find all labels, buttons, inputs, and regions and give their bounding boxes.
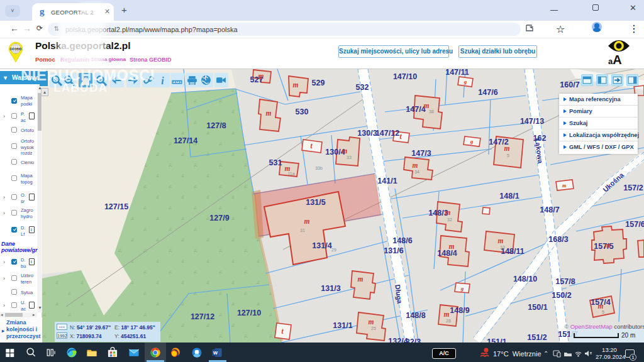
svg-text:5: 5 bbox=[507, 153, 509, 158]
svg-text:28: 28 bbox=[446, 319, 451, 323]
svg-text:m: m bbox=[444, 310, 450, 318]
svg-text:m: m bbox=[293, 81, 299, 89]
svg-text:g: g bbox=[464, 79, 467, 85]
svg-text:157/8: 157/8 bbox=[555, 277, 575, 286]
svg-text:10: 10 bbox=[500, 245, 505, 250]
svg-text:148/8: 148/8 bbox=[406, 311, 425, 320]
svg-text:532: 532 bbox=[356, 83, 369, 92]
svg-text:m: m bbox=[258, 72, 264, 80]
svg-text:148/1: 148/1 bbox=[499, 192, 519, 200]
svg-text:32: 32 bbox=[447, 217, 452, 222]
svg-text:g: g bbox=[470, 138, 474, 145]
svg-text:m: m bbox=[449, 243, 455, 250]
svg-text:157/5: 157/5 bbox=[594, 242, 613, 251]
svg-text:147/4: 147/4 bbox=[406, 105, 425, 114]
svg-text:127/14: 127/14 bbox=[174, 136, 197, 145]
svg-text:127/15: 127/15 bbox=[104, 202, 128, 211]
svg-text:11a: 11a bbox=[287, 172, 294, 176]
svg-text:131/5: 131/5 bbox=[306, 198, 325, 207]
svg-text:131/3: 131/3 bbox=[321, 284, 340, 293]
svg-text:31: 31 bbox=[300, 228, 305, 233]
svg-text:147/13: 147/13 bbox=[520, 117, 544, 126]
svg-text:m: m bbox=[358, 275, 364, 283]
svg-text:GEOBID: GEOBID bbox=[10, 48, 22, 51]
svg-text:127/10: 127/10 bbox=[237, 309, 261, 317]
svg-text:25: 25 bbox=[371, 326, 376, 331]
svg-text:m: m bbox=[342, 147, 348, 155]
svg-text:m: m bbox=[605, 241, 611, 249]
svg-text:531: 531 bbox=[269, 158, 282, 167]
svg-text:m: m bbox=[562, 183, 566, 189]
svg-text:127/9: 127/9 bbox=[209, 214, 229, 222]
svg-text:127/8: 127/8 bbox=[206, 121, 226, 130]
svg-text:m: m bbox=[598, 302, 604, 310]
svg-text:m: m bbox=[413, 162, 418, 169]
svg-text:148/6: 148/6 bbox=[392, 236, 412, 245]
svg-text:g: g bbox=[460, 285, 464, 292]
svg-text:131/6: 131/6 bbox=[384, 246, 403, 255]
svg-text:33b: 33b bbox=[315, 166, 323, 170]
svg-text:148/7: 148/7 bbox=[540, 206, 559, 214]
svg-text:t: t bbox=[310, 142, 313, 150]
svg-text:141/1: 141/1 bbox=[377, 177, 397, 185]
svg-text:33: 33 bbox=[347, 155, 352, 160]
svg-text:82/3: 82/3 bbox=[406, 337, 421, 343]
svg-text:m: m bbox=[504, 145, 510, 152]
svg-text:m: m bbox=[498, 237, 504, 244]
svg-text:147/10: 147/10 bbox=[393, 72, 417, 81]
svg-text:i: i bbox=[161, 75, 164, 86]
svg-text:m: m bbox=[304, 217, 310, 225]
svg-text:157/6: 157/6 bbox=[625, 220, 644, 229]
svg-text:530: 530 bbox=[296, 107, 309, 116]
svg-text:t: t bbox=[399, 133, 402, 140]
svg-text:m: m bbox=[445, 209, 451, 216]
svg-text:131/1: 131/1 bbox=[333, 321, 352, 330]
svg-text:29: 29 bbox=[331, 248, 336, 252]
svg-text:147/6: 147/6 bbox=[478, 88, 497, 97]
svg-text:168/3: 168/3 bbox=[548, 235, 568, 244]
svg-text:Ukośna: Ukośna bbox=[601, 171, 625, 194]
svg-text:38: 38 bbox=[429, 109, 434, 114]
svg-text:m: m bbox=[369, 318, 374, 326]
svg-text:160/7: 160/7 bbox=[560, 80, 579, 89]
svg-text:m: m bbox=[266, 109, 272, 117]
svg-text:157/2: 157/2 bbox=[623, 184, 643, 192]
svg-text:m: m bbox=[424, 102, 430, 109]
svg-text:147/11: 147/11 bbox=[445, 69, 469, 77]
svg-text:34: 34 bbox=[414, 170, 419, 174]
svg-text:151/2: 151/2 bbox=[527, 333, 547, 342]
svg-text:147/3: 147/3 bbox=[411, 149, 431, 158]
svg-text:148/9: 148/9 bbox=[450, 306, 469, 315]
svg-text:150/1: 150/1 bbox=[528, 303, 547, 312]
svg-text:147/12: 147/12 bbox=[375, 129, 399, 138]
svg-text:127/12: 127/12 bbox=[191, 312, 214, 321]
svg-text:5: 5 bbox=[602, 310, 604, 314]
svg-text:148/10: 148/10 bbox=[513, 275, 537, 283]
svg-text:t: t bbox=[281, 327, 284, 335]
svg-text:529: 529 bbox=[312, 79, 325, 87]
svg-text:130/3: 130/3 bbox=[357, 129, 377, 138]
svg-text:Długa: Długa bbox=[394, 284, 404, 305]
svg-text:151/1: 151/1 bbox=[487, 337, 506, 343]
svg-text:131/4: 131/4 bbox=[312, 241, 331, 250]
svg-text:W: W bbox=[213, 350, 218, 356]
svg-text:30: 30 bbox=[452, 251, 457, 256]
svg-text:150/2: 150/2 bbox=[552, 291, 571, 300]
